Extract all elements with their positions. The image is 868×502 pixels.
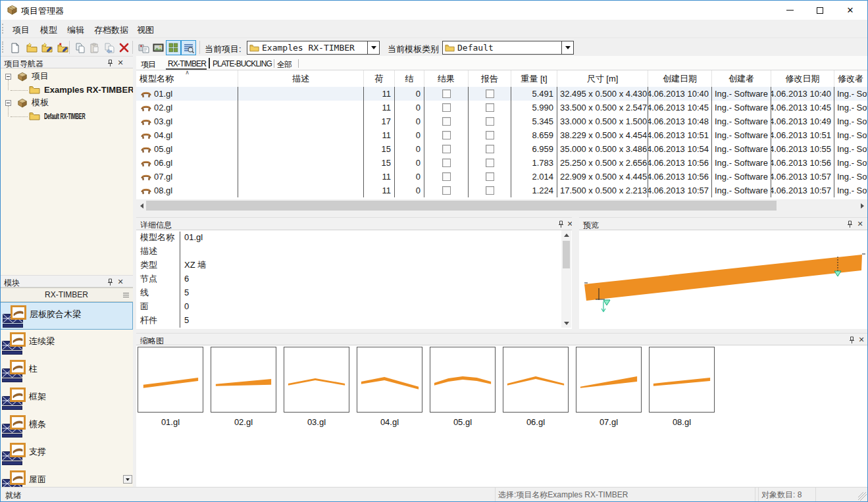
thumbnail-box[interactable] — [576, 347, 642, 413]
splitter[interactable] — [136, 212, 868, 217]
tree-node-templates[interactable]: 模板 — [5, 97, 49, 109]
menu-item[interactable]: 项目 — [11, 23, 31, 36]
thumbnail-item[interactable]: 06.gl — [503, 347, 569, 427]
module-item[interactable]: 檩条 — [0, 413, 133, 440]
scroll-down-button[interactable] — [561, 318, 571, 328]
results-checkbox[interactable] — [442, 89, 451, 98]
report-checkbox[interactable] — [486, 159, 494, 167]
table-row[interactable]: 08.gl 11 0 1.224 17.500 x 0.500 x 2.213 … — [136, 184, 868, 197]
close-panel-icon[interactable]: ✕ — [855, 220, 865, 228]
delete-button[interactable] — [116, 40, 132, 55]
combo-dropdown-button[interactable] — [561, 41, 573, 54]
pin-icon[interactable] — [105, 59, 115, 67]
scrollbar-thumb[interactable] — [146, 201, 777, 211]
pin-icon[interactable] — [845, 220, 854, 228]
results-checkbox[interactable] — [442, 103, 451, 112]
column-header-weight[interactable]: 重量 [t] — [511, 70, 557, 87]
close-panel-icon[interactable]: ✕ — [116, 59, 125, 67]
panel-splitter[interactable] — [572, 217, 579, 329]
report-checkbox[interactable] — [486, 103, 494, 112]
results-checkbox[interactable] — [442, 172, 451, 181]
new-project-button[interactable] — [24, 40, 39, 55]
results-checkbox[interactable] — [442, 186, 451, 195]
column-header-description[interactable]: 描述 — [238, 70, 364, 87]
tree-node-project-examples[interactable]: Examples RX-TIMBER — [29, 84, 134, 95]
column-header-results[interactable]: 结果 — [424, 70, 469, 87]
thumbnail-item[interactable]: 05.gl — [430, 347, 496, 427]
module-item[interactable]: 连续梁 — [0, 330, 133, 357]
thumbnail-box[interactable] — [211, 347, 276, 413]
table-row[interactable]: 03.gl 17 0 5.345 33.000 x 0.500 x 1.500 … — [136, 114, 868, 128]
module-item[interactable]: 柱 — [0, 357, 133, 385]
view-details-toggle[interactable] — [181, 40, 196, 55]
import-button[interactable] — [136, 40, 151, 55]
paste-button[interactable] — [87, 40, 102, 55]
column-header-creator[interactable]: 创建者 — [712, 70, 771, 87]
results-checkbox[interactable] — [442, 131, 451, 139]
thumbnail-item[interactable]: 08.gl — [649, 347, 715, 427]
report-checkbox[interactable] — [486, 172, 494, 181]
thumbnail-item[interactable]: 02.gl — [211, 347, 276, 427]
thumbnail-item[interactable]: 04.gl — [357, 347, 422, 427]
thumbnail-item[interactable]: 01.gl — [138, 347, 203, 427]
module-scroll-down-button[interactable] — [123, 475, 132, 484]
thumbnail-box[interactable] — [138, 347, 203, 413]
close-panel-icon[interactable]: ✕ — [857, 336, 866, 344]
column-header-created[interactable]: 创建日期 — [648, 70, 712, 87]
column-header-loads[interactable]: 荷 — [364, 70, 395, 87]
new-model-button[interactable] — [7, 40, 22, 55]
menu-item[interactable]: 模型 — [39, 23, 59, 36]
results-checkbox[interactable] — [442, 117, 451, 126]
minimize-button[interactable] — [775, 1, 805, 20]
combo-dropdown-button[interactable] — [367, 41, 379, 54]
thumbnail-box[interactable] — [284, 347, 349, 413]
table-row[interactable]: 01.gl 11 0 5.491 32.495 x 0.500 x 4.430 … — [136, 87, 868, 101]
resize-grip[interactable] — [858, 492, 867, 501]
pin-icon[interactable] — [847, 336, 856, 344]
column-header-res[interactable]: 结 — [395, 70, 424, 87]
menu-item[interactable]: 编辑 — [66, 23, 86, 36]
pin-icon[interactable] — [105, 278, 115, 286]
copy-to-project-button[interactable] — [102, 40, 117, 55]
close-button[interactable]: ✕ — [835, 1, 865, 20]
snapshot-button[interactable] — [151, 40, 166, 55]
thumbnail-box[interactable] — [649, 347, 715, 413]
collapse-icon[interactable] — [5, 74, 11, 80]
table-row[interactable]: 05.gl 15 0 6.959 35.000 x 0.500 x 3.486 … — [136, 142, 868, 156]
results-checkbox[interactable] — [442, 159, 451, 167]
table-horizontal-scrollbar[interactable] — [136, 199, 868, 212]
table-row[interactable]: 02.gl 11 0 5.990 33.500 x 0.500 x 2.547 … — [136, 101, 868, 114]
thumbnail-box[interactable] — [503, 347, 569, 413]
report-checkbox[interactable] — [486, 131, 494, 139]
maximize-button[interactable] — [805, 1, 835, 20]
details-vertical-scrollbar[interactable] — [561, 230, 571, 328]
menu-item[interactable]: 视图 — [136, 23, 155, 36]
tab-all[interactable]: 全部 — [276, 59, 293, 71]
scrollbar-thumb[interactable] — [563, 241, 570, 268]
table-row[interactable]: 07.gl 11 0 2.014 22.909 x 0.500 x 4.445 … — [136, 170, 868, 184]
thumbnail-box[interactable] — [357, 347, 422, 413]
tab-plate-buckling[interactable]: PLATE-BUCKLING — [211, 59, 273, 69]
tab-rx-timber[interactable]: RX-TIMBER — [166, 59, 207, 69]
delete-project-button[interactable] — [55, 40, 70, 55]
collapse-icon[interactable] — [5, 100, 11, 106]
table-row[interactable]: 06.gl 15 0 1.783 25.250 x 0.500 x 2.656 … — [136, 156, 868, 170]
column-header-modified[interactable]: 修改日期 — [771, 70, 834, 87]
scroll-right-button[interactable] — [857, 199, 868, 212]
close-panel-icon[interactable]: ✕ — [116, 278, 125, 286]
column-header-modifier[interactable]: 修改者 — [834, 70, 867, 87]
module-item[interactable]: 框架 — [0, 385, 133, 413]
view-thumbnails-toggle[interactable] — [166, 40, 181, 55]
module-group-header[interactable]: RX-TIMBER — [0, 288, 133, 302]
module-item[interactable]: 屋面 — [0, 468, 133, 487]
template-category-combobox[interactable]: Default — [442, 41, 574, 55]
menu-item[interactable]: 存档数据 — [93, 23, 130, 36]
pin-icon[interactable] — [556, 220, 565, 228]
copy-button[interactable] — [72, 40, 88, 55]
tree-node-projects[interactable]: 项目 — [5, 70, 49, 82]
report-checkbox[interactable] — [486, 89, 494, 98]
column-header-size[interactable]: 尺寸 [m] — [557, 70, 648, 87]
current-project-combobox[interactable]: Examples RX-TIMBER — [247, 41, 380, 55]
thumbnail-item[interactable]: 07.gl — [576, 347, 642, 427]
report-checkbox[interactable] — [486, 117, 494, 126]
